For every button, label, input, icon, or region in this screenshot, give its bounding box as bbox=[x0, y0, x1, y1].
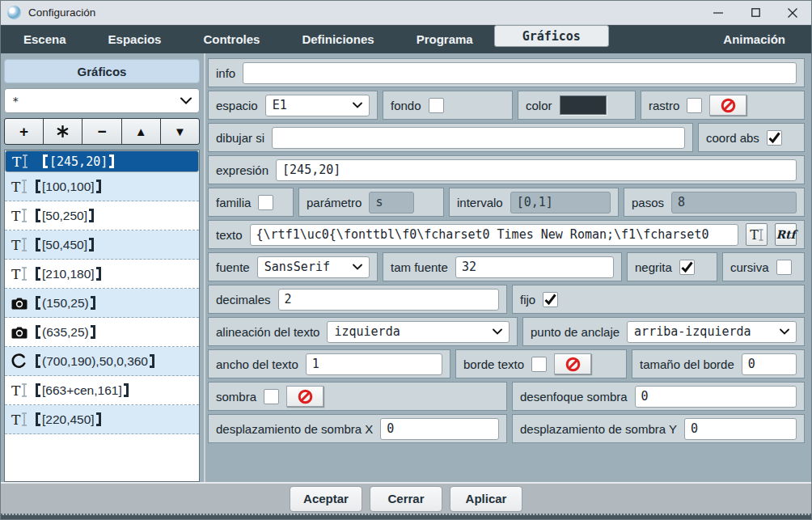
ancho-texto-input[interactable]: 1 bbox=[306, 353, 442, 375]
camera-icon bbox=[11, 297, 36, 310]
tab-graficos[interactable]: Gráficos bbox=[494, 25, 609, 47]
list-item[interactable]: (635,25) bbox=[5, 318, 199, 347]
list-item[interactable]: T [210,180] bbox=[5, 260, 199, 289]
list-item[interactable]: T [50,250] bbox=[5, 201, 199, 230]
app-logo-icon bbox=[7, 6, 21, 19]
fondo-checkbox[interactable] bbox=[429, 98, 444, 113]
dibujar-si-input[interactable] bbox=[272, 127, 685, 149]
rtf-editor-button[interactable]: Rtf bbox=[775, 223, 797, 246]
chevron-down-icon bbox=[353, 264, 362, 270]
aplicar-button[interactable]: Aplicar bbox=[450, 486, 522, 512]
info-input[interactable] bbox=[243, 62, 797, 84]
list-item[interactable]: (150,25) bbox=[5, 289, 199, 318]
tab-bar: Escena Espacios Controles Definiciones P… bbox=[1, 25, 811, 53]
sombra-clear-button[interactable] bbox=[286, 386, 324, 407]
ibeam-icon bbox=[759, 229, 763, 241]
rastro-checkbox[interactable] bbox=[687, 98, 702, 113]
plain-text-button[interactable]: T bbox=[746, 223, 768, 246]
espacio-group: espacio E1 bbox=[208, 91, 378, 120]
anclaje-select[interactable]: arriba-izquierda bbox=[627, 321, 797, 343]
despl-y-label: desplazamiento de sombra Y bbox=[520, 422, 677, 436]
aceptar-button[interactable]: Aceptar bbox=[290, 486, 362, 512]
sombra-group: sombra bbox=[208, 382, 507, 411]
alineacion-label: alineación del texto bbox=[216, 325, 319, 339]
tab-espacios[interactable]: Espacios bbox=[87, 25, 183, 53]
window-title: Configuración bbox=[28, 6, 95, 19]
duplicate-graphic-button[interactable] bbox=[43, 118, 82, 145]
texto-group: texto {\rtf1\uc0{\fonttbl\f0\fcharset0 T… bbox=[208, 220, 805, 249]
despl-x-input[interactable]: 0 bbox=[380, 418, 499, 440]
move-up-button[interactable]: ▲ bbox=[121, 118, 161, 145]
desenfoque-label: desenfoque sombra bbox=[520, 390, 628, 404]
tab-escena[interactable]: Escena bbox=[2, 25, 87, 53]
color-swatch[interactable] bbox=[560, 95, 607, 115]
list-item[interactable]: (700,190),50,0,360 bbox=[5, 347, 199, 376]
parametro-label: parámetro bbox=[307, 196, 362, 209]
alineacion-select[interactable]: izquierda bbox=[327, 321, 510, 343]
expresion-input[interactable]: [245,20] bbox=[276, 159, 797, 181]
check-icon bbox=[768, 132, 780, 143]
anclaje-group: punto de anclaje arriba-izquierda bbox=[522, 317, 805, 346]
text-cursor-icon: T bbox=[11, 208, 36, 224]
move-down-button[interactable]: ▼ bbox=[160, 118, 200, 145]
negrita-checkbox[interactable] bbox=[679, 260, 695, 275]
dibujar-si-label: dibujar si bbox=[216, 131, 264, 145]
list-toolbar: + − ▲ ▼ bbox=[4, 118, 200, 145]
coord-abs-checkbox[interactable] bbox=[767, 130, 782, 146]
fijo-checkbox[interactable] bbox=[543, 292, 558, 307]
fuente-select[interactable]: SansSerif bbox=[257, 256, 370, 278]
tab-definiciones[interactable]: Definiciones bbox=[281, 25, 395, 53]
rastro-clear-button[interactable] bbox=[709, 95, 746, 116]
list-item[interactable]: T [100,100] bbox=[5, 172, 199, 201]
cursiva-checkbox[interactable] bbox=[776, 260, 792, 275]
borde-texto-clear-button[interactable] bbox=[554, 353, 591, 374]
ancho-texto-group: ancho del texto 1 bbox=[208, 349, 450, 378]
item-label: [220,450] bbox=[36, 412, 101, 427]
configuration-window: Configuración Escena Espacios Controles … bbox=[0, 0, 812, 520]
list-item[interactable]: T [220,450] bbox=[5, 405, 199, 434]
decimales-input[interactable]: 2 bbox=[278, 289, 499, 311]
despl-x-label: desplazamiento de sombra X bbox=[216, 422, 373, 436]
borde-texto-checkbox[interactable] bbox=[531, 357, 547, 372]
familia-label: familia bbox=[216, 196, 251, 209]
anclaje-label: punto de anclaje bbox=[531, 325, 620, 339]
sombra-checkbox[interactable] bbox=[264, 389, 279, 404]
list-item[interactable]: T [663+cen,161] bbox=[5, 376, 199, 405]
intervalo-group: intervalo [0,1] bbox=[449, 188, 619, 217]
remove-graphic-button[interactable]: − bbox=[82, 118, 121, 145]
tam-fuente-input[interactable]: 32 bbox=[455, 256, 614, 278]
cursiva-label: cursiva bbox=[730, 260, 769, 274]
tab-animacion[interactable]: Animación bbox=[702, 25, 806, 53]
despl-y-input[interactable]: 0 bbox=[684, 418, 797, 440]
maximize-button[interactable] bbox=[737, 1, 774, 24]
desenfoque-group: desenfoque sombra 0 bbox=[512, 382, 805, 411]
text-cursor-icon: T bbox=[750, 227, 759, 243]
intervalo-input: [0,1] bbox=[510, 192, 611, 213]
ancho-texto-label: ancho del texto bbox=[216, 357, 298, 371]
tab-programa[interactable]: Programa bbox=[395, 25, 494, 53]
item-label: [100,100] bbox=[36, 180, 101, 194]
list-item[interactable]: T [50,450] bbox=[5, 230, 199, 260]
fondo-label: fondo bbox=[391, 99, 421, 112]
chevron-down-icon bbox=[353, 102, 362, 108]
list-item[interactable]: T [245,20] bbox=[5, 150, 199, 172]
color-label: color bbox=[526, 99, 552, 112]
desenfoque-input[interactable]: 0 bbox=[635, 386, 797, 408]
plus-icon: + bbox=[19, 123, 28, 141]
despl-y-group: desplazamiento de sombra Y 0 bbox=[512, 414, 805, 443]
tamano-borde-input[interactable]: 0 bbox=[742, 353, 797, 375]
cerrar-button[interactable]: Cerrar bbox=[370, 486, 442, 512]
maximize-icon bbox=[751, 8, 760, 17]
familia-checkbox[interactable] bbox=[258, 195, 273, 210]
add-graphic-button[interactable]: + bbox=[4, 118, 44, 145]
pasos-input: 8 bbox=[671, 192, 797, 213]
close-button[interactable] bbox=[774, 1, 811, 24]
espacio-select[interactable]: E1 bbox=[265, 95, 370, 116]
window-controls bbox=[700, 1, 811, 24]
tab-controles[interactable]: Controles bbox=[182, 25, 281, 53]
texto-input[interactable]: {\rtf1\uc0{\fonttbl\f0\fcharset0 Times N… bbox=[250, 224, 738, 246]
item-label: [245,20] bbox=[43, 154, 114, 169]
forbidden-icon bbox=[721, 98, 736, 113]
minimize-button[interactable] bbox=[700, 1, 737, 24]
graphics-filter-dropdown[interactable]: * bbox=[4, 88, 200, 113]
